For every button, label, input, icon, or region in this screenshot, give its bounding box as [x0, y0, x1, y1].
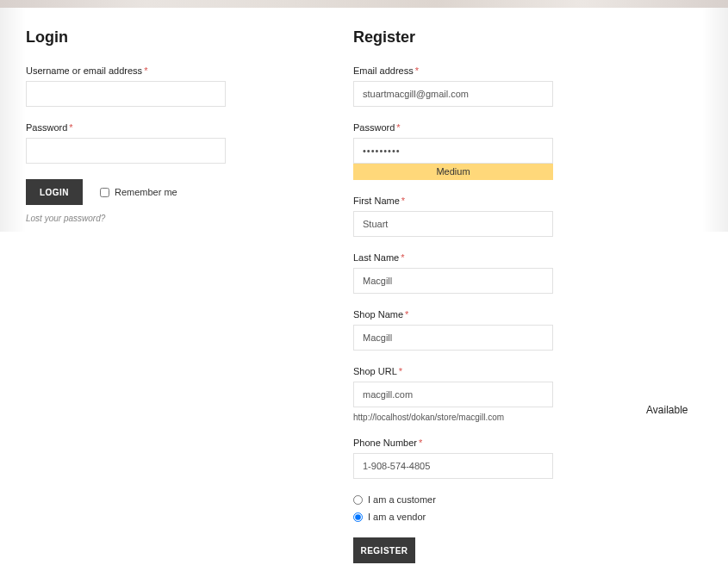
register-lastname-label: Last Name* [353, 252, 702, 263]
login-username-input[interactable] [26, 81, 226, 107]
register-lastname-input[interactable] [353, 268, 553, 294]
register-password-label: Password* [353, 122, 702, 133]
login-button[interactable]: LOGIN [26, 179, 83, 205]
register-shopurl-label: Shop URL* [353, 366, 702, 376]
remember-checkbox[interactable] [100, 188, 109, 197]
password-strength-meter: Medium [353, 163, 553, 180]
register-title: Register [353, 28, 702, 47]
register-email-field: Email address* [353, 65, 702, 107]
register-phone-label: Phone Number* [353, 438, 702, 448]
register-firstname-label: First Name* [353, 196, 702, 206]
role-vendor-label: I am a vendor [368, 512, 426, 522]
shopurl-availability: Available [646, 404, 688, 416]
login-title: Login [26, 28, 327, 47]
role-vendor-radio[interactable] [353, 512, 363, 522]
remember-label: Remember me [115, 187, 177, 197]
login-panel: Login Username or email address* Passwor… [26, 28, 353, 563]
login-password-label: Password* [26, 122, 327, 133]
register-firstname-input[interactable] [353, 211, 553, 237]
role-customer-radio[interactable] [353, 495, 363, 505]
lost-password-link[interactable]: Lost your password? [26, 214, 327, 223]
register-phone-input[interactable] [353, 453, 553, 479]
login-password-input[interactable] [26, 138, 226, 164]
register-shopurl-input[interactable] [353, 382, 553, 407]
login-username-field: Username or email address* [26, 65, 327, 107]
header-banner [0, 0, 728, 8]
register-email-input[interactable] [353, 81, 553, 107]
register-panel: Register Email address* Password* Medium… [353, 28, 702, 563]
login-username-label: Username or email address* [26, 65, 327, 76]
role-customer-label: I am a customer [368, 494, 436, 505]
register-email-label: Email address* [353, 65, 702, 76]
register-role-group: I am a customer I am a vendor [353, 494, 702, 522]
register-shopname-label: Shop Name* [353, 309, 702, 320]
role-customer-wrap[interactable]: I am a customer [353, 494, 702, 505]
register-lastname-field: Last Name* [353, 252, 702, 294]
register-shopname-field: Shop Name* [353, 309, 702, 351]
register-password-input[interactable] [353, 138, 553, 164]
register-button[interactable]: REGISTER [353, 537, 415, 563]
remember-me-wrap[interactable]: Remember me [100, 187, 177, 197]
register-shopname-input[interactable] [353, 325, 553, 351]
login-password-field: Password* [26, 122, 327, 164]
register-firstname-field: First Name* [353, 196, 702, 237]
register-password-field: Password* Medium [353, 122, 702, 180]
role-vendor-wrap[interactable]: I am a vendor [353, 512, 702, 522]
register-phone-field: Phone Number* [353, 438, 702, 479]
